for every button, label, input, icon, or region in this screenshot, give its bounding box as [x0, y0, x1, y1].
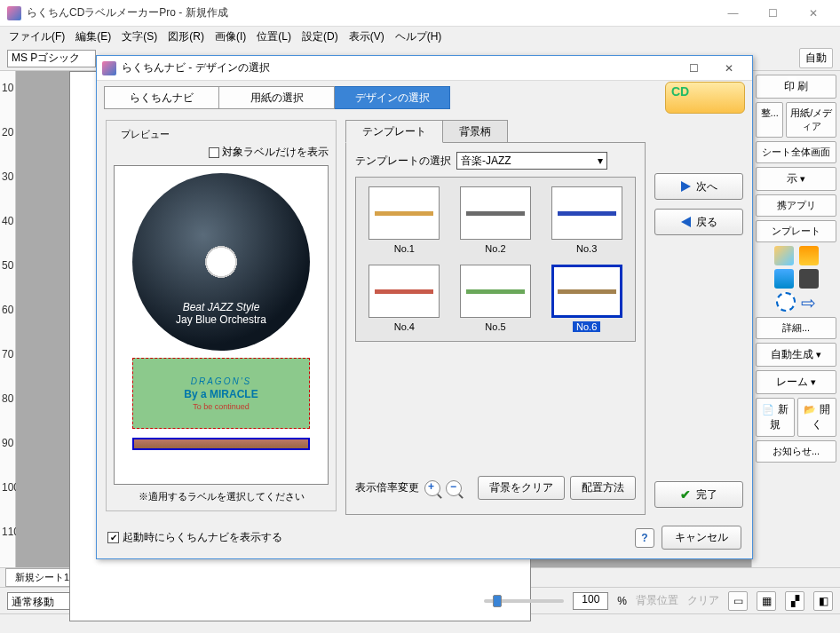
adjust-button[interactable]: 整...: [756, 102, 783, 138]
opacity-value[interactable]: 100: [573, 592, 608, 610]
template-item-1[interactable]: No.1: [365, 186, 444, 254]
menu-settings[interactable]: 設定(D): [297, 27, 344, 47]
auto-button[interactable]: 自動: [799, 48, 833, 68]
template-thumb: [551, 265, 622, 318]
disc-preview: Beat JAZZ Style Jay Blue Orchestra: [132, 173, 310, 351]
open-button[interactable]: 📂 開く: [797, 398, 836, 437]
tool-icon-2[interactable]: [774, 269, 794, 289]
menu-text[interactable]: 文字(S): [116, 27, 162, 47]
product-logo: [665, 82, 745, 114]
arrow-right-icon: [681, 181, 691, 192]
template-label: No.1: [394, 243, 415, 254]
check-icon: ✔: [680, 487, 691, 502]
arrow-left-icon: [681, 217, 691, 227]
menu-file[interactable]: ファイル(F): [4, 27, 70, 47]
preview-pane: プレビュー 対象ラベルだけを表示 Beat JAZZ Style Jay Blu…: [106, 120, 337, 515]
menubar: ファイル(F) 編集(E) 文字(S) 図形(R) 画像(I) 位置(L) 設定…: [0, 27, 840, 46]
zoom-in-icon[interactable]: [424, 480, 440, 496]
opacity-slider[interactable]: [484, 599, 564, 603]
app-icon: [7, 6, 21, 20]
startup-checkbox[interactable]: ✔起動時にらくちんナビを表示する: [107, 530, 282, 545]
circle-tool-icon[interactable]: [776, 292, 796, 312]
template-thumb: [368, 186, 440, 240]
menu-edit[interactable]: 編集(E): [70, 27, 116, 47]
vertical-ruler: 10 20 30 40 50 60 70 80 90 100 110: [0, 71, 16, 567]
template-label: No.6: [573, 321, 600, 332]
close-button[interactable]: ✕: [793, 1, 833, 26]
dialog-footer: ✔起動時にらくちんナビを表示する ? キャンセル: [97, 520, 752, 558]
zoom-label: 表示倍率変更: [355, 480, 419, 495]
template-thumb: [368, 265, 440, 318]
wizard-tab-design[interactable]: デザインの選択: [335, 86, 450, 109]
case-label-preview: DRAGON'S By a MIRACLE To be continued: [132, 358, 310, 429]
dialog-maximize-button[interactable]: ☐: [676, 58, 711, 79]
template-tab[interactable]: ンプレート: [756, 220, 836, 242]
template-item-3[interactable]: No.3: [547, 186, 626, 254]
tab-sheet-1[interactable]: 新規シート1: [5, 568, 79, 587]
template-grid: No.1No.2No.3No.4No.5No.6: [365, 186, 626, 332]
spine-preview: [132, 438, 310, 450]
subtabs: テンプレート 背景柄: [345, 120, 646, 143]
tool-icon-1[interactable]: [799, 246, 819, 265]
menu-image[interactable]: 画像(I): [210, 27, 251, 47]
zoom-out-icon[interactable]: [446, 480, 462, 496]
subtab-pattern[interactable]: 背景柄: [442, 120, 508, 142]
tool-btn-4[interactable]: ◧: [813, 591, 833, 611]
subtab-template[interactable]: テンプレート: [345, 120, 443, 143]
maximize-button[interactable]: ☐: [753, 1, 793, 26]
template-thumb: [460, 265, 531, 318]
autogen-button[interactable]: 自動生成 ▾: [756, 343, 836, 367]
tool-btn-2[interactable]: ▦: [757, 591, 776, 611]
done-button[interactable]: ✔完了: [654, 481, 743, 508]
camera-icon[interactable]: [799, 269, 819, 289]
template-pane: テンプレート 背景柄 テンプレートの選択 音楽-JAZZ▾ No.1No.2No…: [345, 120, 646, 515]
notice-button[interactable]: お知らせ...: [756, 440, 836, 463]
tool-btn-3[interactable]: ▞: [785, 591, 804, 611]
menu-help[interactable]: ヘルプ(H): [390, 27, 448, 47]
new-button[interactable]: 📄 新規: [756, 398, 795, 437]
dialog-close-button[interactable]: ✕: [711, 58, 747, 79]
move-mode-combo[interactable]: 通常移動: [7, 592, 78, 610]
frame-button[interactable]: レーム ▾: [756, 370, 836, 394]
minimize-button[interactable]: —: [713, 1, 753, 26]
next-button[interactable]: 次へ: [654, 173, 743, 200]
template-thumb: [460, 186, 531, 240]
arrow-tool-icon[interactable]: ⇨: [801, 292, 816, 313]
dialog-title: らくちんナビ - デザインの選択: [122, 60, 676, 75]
right-dock: 印 刷 整... 用紙/メディア シート全体画面 示 ▾ 携アプリ ンプレート …: [751, 71, 840, 567]
image-icon[interactable]: [774, 246, 794, 265]
detail-button[interactable]: 詳細...: [756, 317, 836, 339]
show-combo[interactable]: 示 ▾: [756, 167, 836, 191]
template-label: No.2: [485, 243, 505, 254]
menu-shape[interactable]: 図形(R): [162, 27, 210, 47]
preview-legend: プレビュー: [117, 128, 173, 141]
template-item-2[interactable]: No.2: [456, 186, 535, 254]
help-button[interactable]: ?: [635, 528, 654, 548]
template-item-6[interactable]: No.6: [547, 265, 626, 332]
wizard-tab-navi[interactable]: らくちんナビ: [104, 86, 219, 109]
font-combo[interactable]: MS Pゴシック: [7, 50, 96, 67]
dialog-icon: [102, 61, 116, 75]
titlebar: らくちんCDラベルメーカーPro - 新規作成 — ☐ ✕: [0, 0, 840, 27]
template-category-combo[interactable]: 音楽-JAZZ▾: [456, 152, 607, 170]
preview-image[interactable]: Beat JAZZ Style Jay Blue Orchestra DRAGO…: [114, 165, 329, 485]
related-apps-tab[interactable]: 携アプリ: [756, 194, 836, 217]
sheet-full-button[interactable]: シート全体画面: [756, 141, 836, 163]
menu-position[interactable]: 位置(L): [251, 27, 297, 47]
back-button[interactable]: 戻る: [654, 209, 743, 235]
show-target-checkbox[interactable]: 対象ラベルだけを表示: [209, 145, 329, 160]
menu-view[interactable]: 表示(V): [344, 27, 390, 47]
template-item-5[interactable]: No.5: [456, 265, 535, 332]
tool-btn-1[interactable]: ▭: [728, 591, 748, 611]
template-label: No.3: [576, 243, 597, 254]
template-footer: 表示倍率変更 背景をクリア 配置方法: [355, 471, 636, 505]
template-select-label: テンプレートの選択: [355, 154, 451, 169]
wizard-tab-paper[interactable]: 用紙の選択: [219, 86, 335, 109]
preview-note: ※適用するラベルを選択してください: [114, 490, 329, 503]
template-item-4[interactable]: No.4: [365, 265, 444, 332]
clear-bg-button[interactable]: 背景をクリア: [478, 476, 565, 500]
media-button[interactable]: 用紙/メディア: [786, 102, 836, 138]
print-button[interactable]: 印 刷: [756, 75, 836, 99]
cancel-button[interactable]: キャンセル: [662, 526, 741, 550]
layout-method-button[interactable]: 配置方法: [570, 476, 636, 500]
